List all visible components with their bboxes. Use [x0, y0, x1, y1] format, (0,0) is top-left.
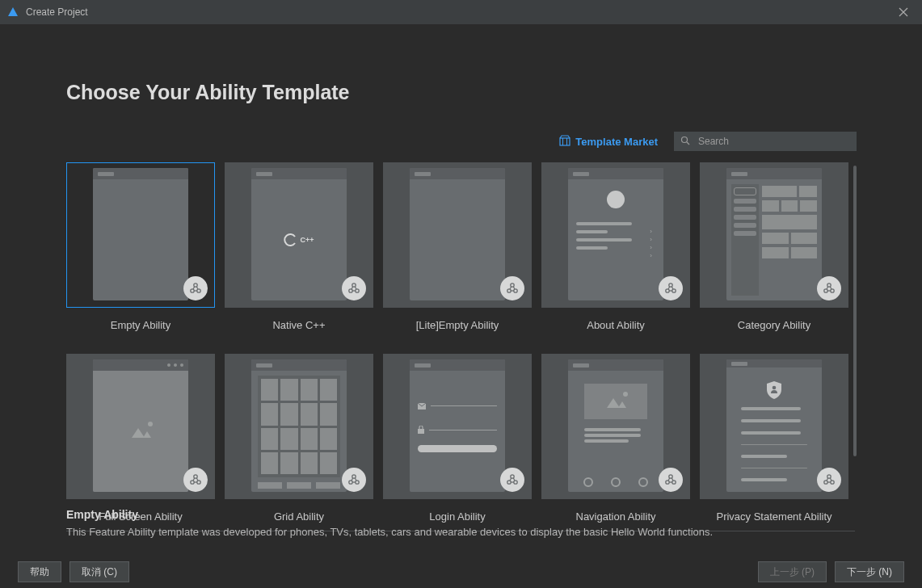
cpp-icon — [284, 233, 298, 247]
svg-line-56 — [513, 478, 515, 481]
ability-type-icon — [817, 468, 841, 492]
workarea: Choose Your Ability Template Template Ma… — [0, 24, 922, 588]
svg-point-20 — [511, 284, 514, 287]
shield-icon — [765, 380, 783, 400]
mail-icon — [418, 398, 426, 413]
search-box[interactable] — [674, 132, 857, 151]
template-thumb: C++ — [225, 162, 373, 308]
svg-line-61 — [668, 478, 670, 481]
template-card-native-cpp[interactable]: C++ Native C++ — [225, 162, 373, 331]
cpp-label: C++ — [300, 236, 314, 244]
svg-line-42 — [196, 478, 198, 481]
svg-point-21 — [507, 289, 511, 292]
svg-point-14 — [352, 284, 356, 287]
image-placeholder-icon — [604, 392, 628, 411]
svg-point-9 — [191, 289, 194, 292]
svg-point-39 — [191, 481, 194, 484]
template-card-grid[interactable]: Grid Ability — [225, 354, 373, 523]
svg-point-33 — [824, 289, 827, 292]
template-thumb — [700, 354, 848, 499]
help-button[interactable]: 帮助 — [18, 561, 61, 582]
ability-type-icon — [342, 276, 366, 300]
template-market-label: Template Market — [575, 136, 658, 148]
svg-rect-51 — [418, 429, 424, 434]
template-card-about[interactable]: › › › › About Ability — [541, 162, 690, 331]
template-grid: Empty Ability C++ — [66, 162, 848, 523]
svg-line-69 — [830, 478, 831, 481]
template-card-navigation[interactable]: Navigation Ability — [541, 354, 690, 523]
svg-point-28 — [672, 289, 676, 292]
template-thumb — [541, 354, 690, 499]
ability-type-icon — [342, 468, 366, 492]
svg-point-26 — [669, 284, 672, 287]
image-placeholder-icon — [128, 422, 153, 441]
template-card-lite-empty[interactable]: [Lite]Empty Ability — [383, 162, 532, 331]
template-card-fullscreen[interactable]: Full Screen Ability — [66, 354, 215, 523]
svg-point-67 — [831, 481, 834, 484]
svg-line-18 — [355, 287, 356, 289]
svg-point-16 — [356, 289, 359, 292]
svg-line-17 — [352, 287, 353, 289]
template-label: Empty Ability — [111, 319, 171, 331]
scrollbar[interactable] — [853, 166, 857, 456]
market-icon — [559, 135, 570, 149]
template-card-privacy[interactable]: Privacy Statement Ability — [700, 354, 848, 523]
svg-line-35 — [827, 287, 828, 289]
template-card-login[interactable]: Login Ability — [383, 354, 532, 523]
app-logo-icon — [6, 6, 19, 19]
svg-point-6 — [682, 137, 688, 143]
svg-line-62 — [672, 478, 673, 481]
svg-line-30 — [672, 287, 673, 289]
svg-marker-0 — [8, 7, 18, 16]
template-label: Category Ability — [738, 319, 810, 331]
svg-point-27 — [666, 289, 669, 292]
svg-rect-3 — [560, 138, 570, 145]
svg-line-68 — [827, 478, 828, 481]
previous-button[interactable]: 上一步 (P) — [758, 561, 827, 582]
svg-line-29 — [668, 287, 670, 289]
svg-line-55 — [510, 478, 512, 481]
template-label: Native C++ — [272, 319, 325, 331]
description-title: Empty Ability — [66, 508, 855, 521]
svg-point-40 — [197, 481, 200, 484]
window-title: Create Project — [26, 6, 88, 18]
svg-point-32 — [827, 284, 831, 287]
svg-line-12 — [196, 287, 198, 289]
svg-point-54 — [514, 481, 517, 484]
svg-point-8 — [194, 284, 197, 287]
next-button[interactable]: 下一步 (N) — [835, 561, 904, 582]
description-block: Empty Ability This Feature Ability templ… — [66, 508, 855, 538]
titlebar: Create Project — [0, 0, 922, 24]
template-market-link[interactable]: Template Market — [559, 135, 658, 149]
ability-type-icon — [183, 276, 208, 300]
description-text: This Feature Ability template was develo… — [66, 526, 855, 538]
svg-point-64 — [773, 386, 777, 390]
template-label: About Ability — [587, 319, 645, 331]
svg-point-38 — [194, 475, 197, 478]
cancel-button[interactable]: 取消 (C) — [69, 561, 129, 582]
close-button[interactable] — [891, 0, 916, 24]
svg-line-7 — [687, 142, 689, 145]
svg-line-36 — [830, 287, 831, 289]
search-input[interactable] — [697, 135, 850, 148]
svg-line-23 — [510, 287, 512, 289]
svg-line-11 — [193, 287, 195, 289]
template-thumb — [383, 162, 532, 308]
svg-point-66 — [824, 481, 827, 484]
template-card-category[interactable]: Category Ability — [700, 162, 848, 331]
template-label: [Lite]Empty Ability — [416, 319, 499, 331]
svg-line-24 — [513, 287, 515, 289]
template-card-empty[interactable]: Empty Ability — [66, 162, 215, 331]
svg-point-59 — [666, 481, 669, 484]
template-thumb: › › › › — [541, 162, 690, 308]
template-thumb — [225, 354, 373, 499]
ability-type-icon — [659, 468, 683, 492]
ability-type-icon — [659, 276, 683, 300]
svg-point-60 — [672, 481, 676, 484]
svg-point-44 — [352, 475, 356, 478]
svg-point-22 — [514, 289, 517, 292]
svg-point-58 — [669, 475, 672, 478]
svg-point-53 — [507, 481, 511, 484]
template-thumb — [383, 354, 532, 499]
template-thumb — [700, 162, 848, 308]
